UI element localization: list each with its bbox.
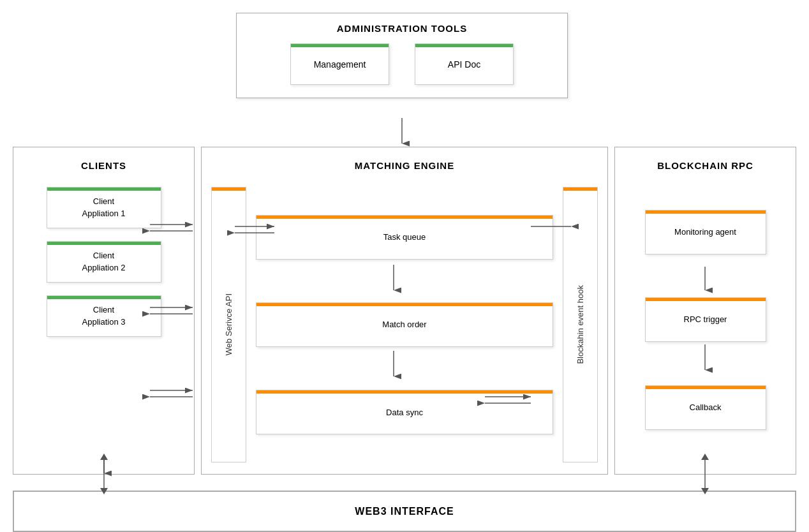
client-1-label: Client Appliation 1 (82, 196, 126, 219)
match-order-label: Match order (382, 320, 426, 329)
admin-tools-panel: ADMINISTRATION TOOLS Management API Doc (236, 13, 568, 98)
client-2-box: Client Appliation 2 (47, 241, 161, 283)
client-3-label: Client Appliation 3 (82, 304, 126, 327)
api-doc-box: API Doc (415, 43, 514, 85)
matching-inner: Web Serivce API Task queue Match order D… (211, 187, 598, 462)
client-1-box: Client Appliation 1 (47, 187, 161, 228)
web3-bar: WEB3 INTERFACE (13, 491, 796, 532)
data-sync-box: Data sync (256, 390, 553, 434)
main-section: CLIENTS Client Appliation 1 Client Appli… (13, 147, 796, 475)
client-3-box: Client Appliation 3 (47, 295, 161, 337)
callback-label: Callback (690, 402, 722, 413)
monitoring-agent-label: Monitoring agent (674, 226, 736, 238)
data-sync-label: Data sync (386, 408, 423, 417)
matching-title: MATCHING ENGINE (211, 160, 598, 171)
client-2-label: Client Appliation 2 (82, 250, 126, 273)
admin-tools-title: ADMINISTRATION TOOLS (249, 23, 554, 34)
clients-title: CLIENTS (23, 160, 184, 171)
management-label: Management (314, 59, 366, 70)
admin-tools-inner: Management API Doc (249, 43, 554, 85)
rpc-panel: BLOCKCHAIN RPC Monitoring agent RPC trig… (614, 147, 796, 475)
monitoring-agent-box: Monitoring agent (645, 210, 766, 255)
task-queue-label: Task queue (383, 232, 426, 242)
diagram-container: ADMINISTRATION TOOLS Management API Doc … (0, 0, 809, 532)
web-api-box: Web Serivce API (211, 187, 246, 462)
web3-label: WEB3 INTERFACE (355, 506, 454, 517)
rpc-title: BLOCKCHAIN RPC (625, 160, 786, 171)
match-order-box: Match order (256, 302, 553, 347)
management-box: Management (290, 43, 389, 85)
rpc-trigger-box: RPC trigger (645, 297, 766, 342)
api-doc-label: API Doc (448, 59, 480, 70)
blockchain-label: Blockahin event hook (575, 285, 585, 364)
rpc-trigger-label: RPC trigger (684, 314, 727, 325)
matching-panel: MATCHING ENGINE Web Serivce API Task que… (201, 147, 608, 475)
clients-panel: CLIENTS Client Appliation 1 Client Appli… (13, 147, 195, 475)
blockchain-box: Blockahin event hook (563, 187, 598, 462)
callback-box: Callback (645, 385, 766, 430)
web-api-label: Web Serivce API (224, 293, 234, 355)
task-queue-box: Task queue (256, 215, 553, 260)
tasks-area: Task queue Match order Data sync (256, 187, 553, 462)
rpc-inner: Monitoring agent RPC trigger Callback (625, 187, 786, 462)
